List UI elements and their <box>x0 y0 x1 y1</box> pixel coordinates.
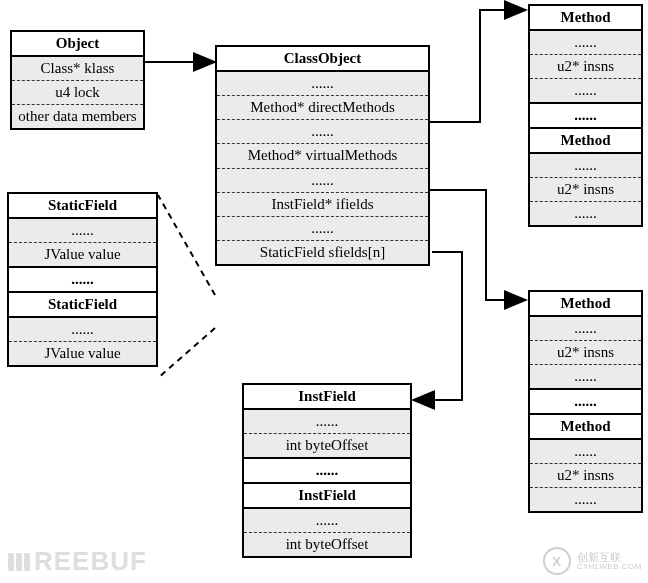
method-row: u2* insns <box>530 177 641 201</box>
watermark-left-text: REEBUF <box>34 546 147 577</box>
object-title: Object <box>12 32 143 57</box>
staticfield-row: ...... <box>9 219 156 242</box>
classobject-title: ClassObject <box>217 47 428 72</box>
object-row: Class* klass <box>12 57 143 80</box>
method-bottom-box: Method ...... u2* insns ...... ...... Me… <box>528 290 643 513</box>
watermark-right: X 创新互联 CXHLWEB.COM <box>543 547 642 575</box>
method-ellipsis: ...... <box>530 388 641 413</box>
method-row: ...... <box>530 31 641 54</box>
method-row: ...... <box>530 201 641 225</box>
classobject-row: ...... <box>217 72 428 95</box>
method-title: Method <box>530 292 641 317</box>
staticfield-row: ...... <box>9 318 156 341</box>
instfield-title: InstField <box>244 482 410 509</box>
method-row: ...... <box>530 78 641 102</box>
watermark-left-icon <box>8 553 30 571</box>
instfield-row: ...... <box>244 509 410 532</box>
classobject-row: InstField* ifields <box>217 192 428 216</box>
instfield-row: int byteOffset <box>244 433 410 457</box>
classobject-row: ...... <box>217 119 428 143</box>
classobject-row: StaticField sfields[n] <box>217 240 428 264</box>
method-row: ...... <box>530 364 641 388</box>
method-title: Method <box>530 6 641 31</box>
staticfield-title: StaticField <box>9 194 156 219</box>
method-title: Method <box>530 413 641 440</box>
method-row: ...... <box>530 440 641 463</box>
object-row: u4 lock <box>12 80 143 104</box>
watermark-right-icon: X <box>543 547 571 575</box>
watermark-right-line2: CXHLWEB.COM <box>577 563 642 572</box>
staticfield-ellipsis: ...... <box>9 266 156 291</box>
instfield-row: int byteOffset <box>244 532 410 556</box>
classobject-row: Method* virtualMethods <box>217 143 428 167</box>
staticfield-box: StaticField ...... JValue value ...... S… <box>7 192 158 367</box>
watermark-right-line1: 创新互联 <box>577 551 642 563</box>
svg-line-1 <box>158 195 215 295</box>
method-row: ...... <box>530 154 641 177</box>
svg-line-2 <box>158 328 215 378</box>
method-ellipsis: ...... <box>530 102 641 127</box>
method-top-box: Method ...... u2* insns ...... ...... Me… <box>528 4 643 227</box>
instfield-title: InstField <box>244 385 410 410</box>
staticfield-title: StaticField <box>9 291 156 318</box>
classobject-row: ...... <box>217 168 428 192</box>
classobject-row: Method* directMethods <box>217 95 428 119</box>
method-title: Method <box>530 127 641 154</box>
method-row: u2* insns <box>530 340 641 364</box>
method-row: ...... <box>530 487 641 511</box>
classobject-box: ClassObject ...... Method* directMethods… <box>215 45 430 266</box>
method-row: u2* insns <box>530 54 641 78</box>
object-row: other data members <box>12 104 143 128</box>
instfield-row: ...... <box>244 410 410 433</box>
method-row: u2* insns <box>530 463 641 487</box>
staticfield-row: JValue value <box>9 242 156 266</box>
classobject-row: ...... <box>217 216 428 240</box>
method-row: ...... <box>530 317 641 340</box>
instfield-box: InstField ...... int byteOffset ...... I… <box>242 383 412 558</box>
instfield-ellipsis: ...... <box>244 457 410 482</box>
watermark-left: REEBUF <box>8 546 147 577</box>
object-box: Object Class* klass u4 lock other data m… <box>10 30 145 130</box>
staticfield-row: JValue value <box>9 341 156 365</box>
